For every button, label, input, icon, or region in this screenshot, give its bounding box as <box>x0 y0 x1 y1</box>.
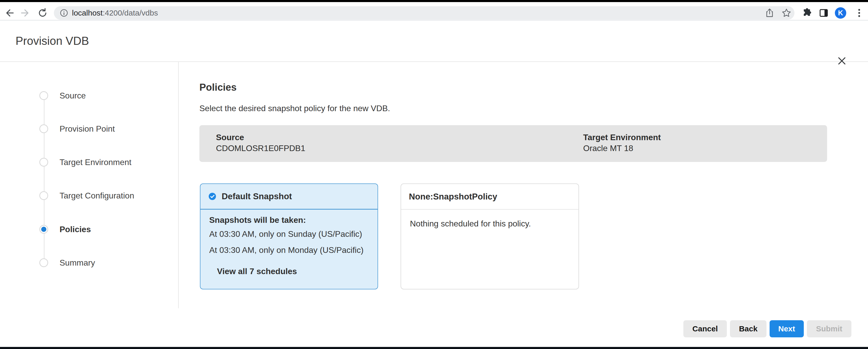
step-indicator-circle <box>39 191 48 200</box>
policy-card-default-snapshot[interactable]: Default Snapshot Snapshots will be taken… <box>200 183 378 289</box>
url-text[interactable]: localhost:4200/data/vdbs <box>72 6 158 20</box>
step-indicator-circle <box>39 91 48 100</box>
back-button[interactable]: Back <box>730 320 767 337</box>
browser-toolbar: localhost:4200/data/vdbs K <box>0 2 868 21</box>
stepper-item-target-configuration[interactable]: Target Configuration <box>0 190 171 201</box>
stepper-item-provision-point[interactable]: Provision Point <box>0 123 171 135</box>
forward-icon[interactable] <box>20 8 31 18</box>
reload-icon[interactable] <box>37 8 48 18</box>
policy-card-title: Default Snapshot <box>222 192 292 201</box>
selected-check-icon <box>209 193 216 200</box>
url-path: :4200/data/vdbs <box>102 8 158 17</box>
cancel-button[interactable]: Cancel <box>683 320 727 337</box>
dialog-header: Provision VDB <box>0 21 868 62</box>
profile-avatar[interactable]: K <box>835 7 846 19</box>
step-indicator-circle <box>39 158 48 167</box>
stepper-item-summary[interactable]: Summary <box>0 257 171 268</box>
screenshot-root: localhost:4200/data/vdbs K Provision VDB… <box>0 0 868 349</box>
submit-button[interactable]: Submit <box>807 320 851 337</box>
next-button[interactable]: Next <box>770 320 804 337</box>
policy-card-title: None:SnapshotPolicy <box>409 192 497 202</box>
policy-card-empty-text: Nothing scheduled for this policy. <box>410 219 570 229</box>
schedule-line: At 03:30 AM, only on Sunday (US/Pacific) <box>209 229 369 239</box>
window-top-strip <box>0 0 868 2</box>
url-host: localhost <box>72 8 102 17</box>
schedule-heading: Snapshots will be taken: <box>209 215 369 225</box>
context-summary-bar: Source CDOMLOSR1E0FPDB1 Target Environme… <box>199 125 827 162</box>
policy-card-body: Nothing scheduled for this policy. <box>401 219 579 229</box>
window-bottom-strip <box>0 347 868 349</box>
stepper-item-label: Provision Point <box>60 124 115 134</box>
share-icon[interactable] <box>765 8 775 18</box>
back-icon[interactable] <box>4 8 14 18</box>
context-target: Target Environment Oracle MT 18 <box>583 132 661 154</box>
stepper-item-label: Target Environment <box>60 157 131 167</box>
context-source: Source CDOMLOSR1E0FPDB1 <box>216 132 305 154</box>
stepper-item-policies[interactable]: Policies <box>0 224 171 235</box>
page-subtitle: Select the desired snapshot policy for t… <box>199 104 390 113</box>
stepper-item-source[interactable]: Source <box>0 90 171 101</box>
context-source-value: CDOMLOSR1E0FPDB1 <box>216 143 305 154</box>
extensions-puzzle-icon[interactable] <box>802 8 812 18</box>
stepper-item-label: Summary <box>60 258 95 268</box>
dialog-title: Provision VDB <box>16 21 89 61</box>
browser-menu-icon[interactable] <box>854 8 864 18</box>
address-bar[interactable] <box>54 6 795 20</box>
policy-card-header[interactable]: None:SnapshotPolicy <box>401 184 579 210</box>
wizard-footer: Cancel Back Next Submit <box>0 320 851 337</box>
context-target-label: Target Environment <box>583 132 661 143</box>
stepper-item-label: Target Configuration <box>60 191 134 201</box>
page-title: Policies <box>199 82 237 93</box>
stepper-connector-line <box>44 96 44 263</box>
site-info-icon[interactable] <box>59 8 69 18</box>
step-indicator-circle-active <box>39 225 48 234</box>
stepper-item-label: Policies <box>60 225 91 234</box>
stepper-item-target-environment[interactable]: Target Environment <box>0 156 171 168</box>
stepper-item-label: Source <box>60 91 86 100</box>
step-indicator-circle <box>39 258 48 267</box>
view-all-schedules-link[interactable]: View all 7 schedules <box>217 267 297 276</box>
avatar-initial: K <box>838 9 843 17</box>
side-panel-icon[interactable] <box>818 8 829 18</box>
sidebar-divider <box>178 62 179 308</box>
bookmark-star-icon[interactable] <box>781 8 792 18</box>
context-target-value: Oracle MT 18 <box>583 143 661 154</box>
close-icon[interactable] <box>836 55 847 66</box>
policy-card-none-snapshot-policy[interactable]: None:SnapshotPolicy Nothing scheduled fo… <box>401 183 579 289</box>
policy-card-header[interactable]: Default Snapshot <box>200 184 377 210</box>
step-indicator-circle <box>39 124 48 133</box>
policy-card-body: Snapshots will be taken: At 03:30 AM, on… <box>200 215 377 276</box>
context-source-label: Source <box>216 132 305 143</box>
schedule-line: At 03:30 AM, only on Monday (US/Pacific) <box>209 245 369 255</box>
